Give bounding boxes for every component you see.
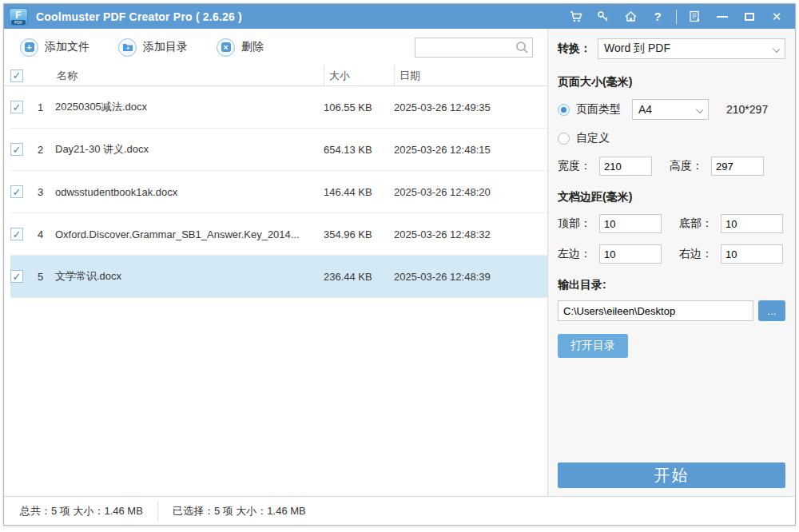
table-row[interactable]: ✓120250305减法.docx106.55 KB2025-03-26 12:… <box>10 86 547 129</box>
margin-right-label: 右边： <box>679 247 721 261</box>
table-row[interactable]: ✓3odwsstudentbook1ak.docx146.44 KB2025-0… <box>10 171 547 213</box>
delete-label: 删除 <box>241 40 264 54</box>
table-header: ✓ 名称 大小 日期 <box>4 66 547 86</box>
row-index: 1 <box>38 101 55 113</box>
margin-bottom-label: 底部： <box>679 216 721 231</box>
file-size: 236.44 KB <box>324 271 394 283</box>
file-size: 106.55 KB <box>324 101 394 113</box>
add-folder-icon: + <box>118 38 137 57</box>
page-size-heading: 页面大小(毫米) <box>558 75 785 89</box>
delete-icon: × <box>217 38 235 57</box>
row-index: 2 <box>38 144 55 156</box>
row-index: 5 <box>38 271 55 283</box>
status-total: 总共：5 项 大小：1.46 MB <box>4 504 143 518</box>
browse-button[interactable]: ... <box>758 300 785 321</box>
toolbar: + 添加文件 + 添加目录 × 删除 <box>4 29 547 66</box>
margin-bottom-input[interactable] <box>721 214 783 233</box>
search-box <box>415 38 533 58</box>
file-name: 20250305减法.docx <box>55 100 324 114</box>
page-type-select[interactable]: A4 <box>632 99 709 120</box>
row-index: 3 <box>38 186 55 198</box>
column-header-name[interactable]: 名称 <box>55 66 324 85</box>
convert-select[interactable]: Word 到 PDF <box>598 38 785 59</box>
file-size: 354.96 KB <box>324 228 394 240</box>
page-type-selected-value: A4 <box>638 103 652 116</box>
file-date: 2025-03-26 12:49:35 <box>394 101 547 113</box>
home-icon[interactable] <box>620 8 641 26</box>
margin-left-label: 左边： <box>558 247 599 261</box>
titlebar-separator <box>676 10 677 24</box>
app-window: F PDF Coolmuster PDF Creator Pro ( 2.6.2… <box>3 3 796 526</box>
width-input[interactable] <box>599 157 652 176</box>
margin-right-input[interactable] <box>721 244 783 264</box>
register-log-icon[interactable] <box>685 8 706 26</box>
row-checkbox[interactable]: ✓ <box>10 143 23 156</box>
status-selected: 已选择：5 项 大小：1.46 MB <box>173 504 306 518</box>
file-list: ✓120250305减法.docx106.55 KB2025-03-26 12:… <box>4 86 547 496</box>
page-type-label: 页面类型 <box>576 102 621 117</box>
margin-top-input[interactable] <box>599 214 662 233</box>
margin-top-label: 顶部： <box>558 216 599 231</box>
add-file-label: 添加文件 <box>45 40 89 54</box>
minimize-button[interactable] <box>712 8 733 26</box>
file-name: Day21-30 讲义.docx <box>55 142 324 157</box>
file-name: Oxford.Discover.Grammar_SB1_Answer.Key_2… <box>55 228 324 240</box>
page-type-radio[interactable] <box>558 104 570 116</box>
file-date: 2025-03-26 12:48:32 <box>394 228 547 240</box>
add-file-icon: + <box>20 38 38 57</box>
output-dir-heading: 输出目录: <box>558 278 785 292</box>
titlebar: F PDF Coolmuster PDF Creator Pro ( 2.6.2… <box>4 4 795 29</box>
width-label: 宽度： <box>558 159 599 173</box>
page-dimensions: 210*297 <box>726 103 768 116</box>
margin-left-input[interactable] <box>599 244 662 264</box>
app-logo-letter: F <box>10 10 27 21</box>
row-checkbox[interactable]: ✓ <box>10 228 23 240</box>
file-list-pane: + 添加文件 + 添加目录 × 删除 <box>4 29 547 496</box>
height-label: 高度： <box>670 159 711 173</box>
row-checkbox[interactable]: ✓ <box>10 185 23 198</box>
file-date: 2025-03-26 12:48:20 <box>394 186 547 198</box>
open-directory-button[interactable]: 打开目录 <box>558 334 628 358</box>
status-divider <box>157 502 158 521</box>
margins-heading: 文档边距(毫米) <box>558 190 785 204</box>
convert-label: 转换： <box>558 42 591 56</box>
custom-size-radio[interactable] <box>558 133 570 145</box>
maximize-button[interactable] <box>739 8 760 26</box>
help-icon[interactable]: ? <box>647 8 668 26</box>
close-button[interactable]: ✕ <box>766 8 787 26</box>
output-path-input[interactable] <box>558 300 753 321</box>
table-row[interactable]: ✓5文学常识.docx236.44 KB2025-03-26 12:48:39 <box>10 256 547 298</box>
file-date: 2025-03-26 12:48:15 <box>394 144 547 156</box>
table-row[interactable]: ✓2Day21-30 讲义.docx654.13 KB2025-03-26 12… <box>10 129 547 171</box>
column-header-date[interactable]: 日期 <box>394 66 547 85</box>
file-name: 文学常识.docx <box>55 269 324 284</box>
custom-size-label: 自定义 <box>576 131 610 145</box>
select-all-checkbox[interactable]: ✓ <box>10 69 23 82</box>
file-date: 2025-03-26 12:48:39 <box>394 271 547 283</box>
search-icon <box>515 41 529 58</box>
file-size: 146.44 KB <box>324 186 394 198</box>
statusbar: 总共：5 项 大小：1.46 MB 已选择：5 项 大小：1.46 MB <box>4 496 795 525</box>
chevron-down-icon <box>773 46 780 53</box>
table-row[interactable]: ✓4Oxford.Discover.Grammar_SB1_Answer.Key… <box>10 213 547 256</box>
app-logo-badge: PDF <box>11 20 26 25</box>
height-input[interactable] <box>711 157 764 176</box>
window-title: Coolmuster PDF Creator Pro ( 2.6.26 ) <box>36 10 242 23</box>
svg-text:+: + <box>125 45 129 52</box>
file-name: odwsstudentbook1ak.docx <box>55 186 324 198</box>
row-checkbox[interactable]: ✓ <box>10 270 23 283</box>
app-logo-icon: F PDF <box>9 8 28 26</box>
add-file-button[interactable]: + 添加文件 <box>20 38 89 57</box>
row-checkbox[interactable]: ✓ <box>10 101 23 113</box>
titlebar-buttons: ? ✕ <box>566 8 787 26</box>
key-icon[interactable] <box>593 8 614 26</box>
delete-button[interactable]: × 删除 <box>217 38 264 57</box>
start-button[interactable]: 开始 <box>558 463 785 488</box>
add-folder-button[interactable]: + 添加目录 <box>118 38 188 57</box>
row-index: 4 <box>38 228 55 240</box>
convert-selected-value: Word 到 PDF <box>604 42 670 56</box>
file-size: 654.13 KB <box>324 144 394 156</box>
chevron-down-icon <box>696 106 703 113</box>
column-header-size[interactable]: 大小 <box>324 66 394 85</box>
cart-icon[interactable] <box>566 8 586 26</box>
